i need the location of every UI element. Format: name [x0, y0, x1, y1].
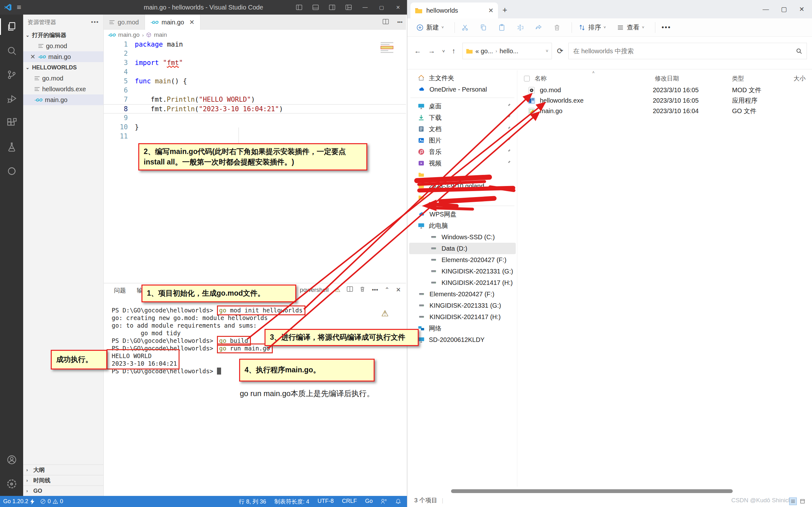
open-editors-section[interactable]: ⌄ 打开的编辑器: [23, 30, 103, 41]
column-date[interactable]: 修改日期: [655, 74, 732, 83]
testing-icon[interactable]: [0, 135, 23, 159]
nav-item-网络[interactable]: 网络: [409, 323, 516, 334]
kill-terminal-icon[interactable]: [359, 286, 365, 294]
up-icon[interactable]: ↑: [452, 47, 455, 55]
forward-icon[interactable]: →: [428, 47, 435, 55]
nav-item-2023-3-9-10 goland[interactable]: 2023-3-9-10 goland: [409, 180, 516, 192]
files-icon[interactable]: [0, 14, 23, 39]
open-editor-item[interactable]: ✕-GOmain.go: [23, 51, 103, 62]
customize-layout-icon[interactable]: [342, 0, 356, 14]
nav-item-KINGIDISK-2021417 (H:)[interactable]: KINGIDISK-2021417 (H:): [409, 311, 516, 323]
breadcrumb-box[interactable]: « go... › hello... ˅: [462, 43, 552, 59]
breadcrumb[interactable]: -GO main.go › main: [108, 30, 167, 40]
folder-file-item[interactable]: helloworlds.exe: [23, 83, 103, 95]
cut-icon[interactable]: [461, 24, 469, 32]
problems-status[interactable]: 0 0: [40, 498, 63, 505]
horizontal-scrollbar[interactable]: [451, 489, 733, 493]
maximize-icon[interactable]: ▢: [374, 0, 389, 14]
chevron-down-icon[interactable]: ˅: [546, 49, 548, 54]
sidebar-section-时间线[interactable]: ›时间线: [23, 475, 103, 486]
panel-tab-问题[interactable]: 问题: [114, 286, 126, 295]
explorer-tab[interactable]: helloworlds ✕: [410, 3, 498, 18]
folder-file-item[interactable]: -GOmain.go: [23, 95, 103, 105]
editor-tab-go.mod[interactable]: go.mod: [104, 14, 145, 30]
account-icon[interactable]: [0, 448, 23, 472]
nav-item-Data (D:)[interactable]: Data (D:): [409, 243, 516, 254]
split-terminal-icon[interactable]: [347, 286, 353, 294]
sidebar-section-大纲[interactable]: ›大纲: [23, 464, 103, 475]
nav-item-KINGIDISK-2021331 (G:)[interactable]: KINGIDISK-2021331 (G:): [409, 300, 516, 311]
close-tab-icon[interactable]: ✕: [488, 7, 494, 14]
close-panel-icon[interactable]: ✕: [396, 286, 401, 293]
nav-item-Elements-2020427 (F:)[interactable]: Elements-2020427 (F:): [409, 254, 516, 266]
column-type[interactable]: 类型: [732, 74, 793, 83]
nav-item-redacted[interactable]: [409, 192, 516, 203]
more-actions-icon[interactable]: •••: [91, 19, 99, 26]
nav-item-视频[interactable]: 视频: [409, 158, 516, 169]
status-item[interactable]: 制表符长度: 4: [274, 498, 309, 505]
close-tab-icon[interactable]: ✕: [189, 18, 194, 26]
file-row-main.go[interactable]: main.go2023/3/10 16:04GO 文件: [528, 106, 812, 116]
go-version-status[interactable]: Go 1.20.2: [3, 498, 35, 505]
ai-extension-icon[interactable]: [0, 159, 23, 183]
sidebar-section-GO[interactable]: ›GO: [23, 486, 103, 496]
nav-item-音乐[interactable]: 音乐: [409, 146, 516, 158]
editor-tab-main.go[interactable]: -GOmain.go✕: [145, 14, 200, 30]
more-icon[interactable]: •••: [662, 24, 671, 31]
settings-gear-icon[interactable]: [0, 472, 23, 496]
close-icon[interactable]: ✕: [391, 0, 405, 14]
status-item[interactable]: UTF-8: [317, 498, 334, 505]
status-item[interactable]: 行 8, 列 36: [239, 498, 266, 505]
layout-secondary-sidebar-icon[interactable]: [325, 0, 339, 14]
nav-item-主文件夹[interactable]: 主文件夹: [409, 72, 516, 83]
search-box[interactable]: 在 helloworlds 中搜索: [568, 43, 807, 59]
close-icon[interactable]: ✕: [30, 53, 36, 60]
folder-section[interactable]: ⌄ HELLOWORLDS: [23, 62, 103, 73]
back-icon[interactable]: ←: [414, 47, 421, 55]
nav-item-此电脑[interactable]: 此电脑: [409, 220, 516, 231]
minimize-icon[interactable]: —: [358, 0, 372, 14]
share-icon[interactable]: [535, 24, 542, 32]
shell-label[interactable]: powershell: [300, 286, 328, 293]
status-item[interactable]: CRLF: [342, 498, 357, 505]
column-name[interactable]: 名称˄: [535, 74, 655, 83]
new-tab-icon[interactable]: +: [502, 5, 507, 15]
status-item[interactable]: Go: [365, 498, 373, 505]
close-icon[interactable]: ✕: [799, 5, 804, 13]
maximize-icon[interactable]: ▢: [781, 5, 787, 13]
notifications-bell-icon[interactable]: [395, 498, 401, 504]
list-view-icon[interactable]: [789, 498, 797, 505]
nav-item-KINGIDISK-2021417 (H:)[interactable]: KINGIDISK-2021417 (H:): [409, 277, 516, 288]
paste-icon[interactable]: [498, 24, 506, 32]
view-icon-查看[interactable]: 查看˅: [617, 23, 644, 32]
more-actions-icon[interactable]: •••: [397, 19, 403, 25]
select-all-checkbox[interactable]: [524, 76, 530, 81]
nav-item-图片[interactable]: 图片: [409, 135, 516, 146]
folder-file-item[interactable]: go.mod: [23, 73, 103, 83]
nav-item-SD-20200612KLDY[interactable]: SD-20200612KLDY: [409, 334, 516, 345]
details-view-icon[interactable]: [799, 498, 806, 505]
open-editor-item[interactable]: go.mod: [23, 41, 103, 51]
nav-item-下载[interactable]: 下载: [409, 112, 516, 123]
nav-item-redacted[interactable]: [409, 169, 516, 180]
file-row-go.mod[interactable]: go.mod2023/3/10 16:05MOD 文件: [528, 85, 812, 95]
nav-item-OneDrive - Personal[interactable]: OneDrive - Personal: [409, 83, 516, 95]
minimap[interactable]: [380, 41, 393, 55]
run-debug-icon[interactable]: [0, 87, 23, 111]
copy-icon[interactable]: [479, 24, 487, 32]
rename-icon[interactable]: [516, 24, 524, 32]
feedback-icon[interactable]: [381, 498, 387, 504]
layout-panel-icon[interactable]: [309, 0, 322, 14]
nav-item-WPS网盘[interactable]: WPS网盘: [409, 209, 516, 220]
search-icon[interactable]: [0, 39, 23, 63]
nav-item-KINGIDISK-2021331 (G:)[interactable]: KINGIDISK-2021331 (G:): [409, 266, 516, 277]
column-size[interactable]: 大小: [794, 74, 812, 83]
more-actions-icon[interactable]: •••: [372, 286, 378, 293]
delete-icon[interactable]: [553, 24, 561, 32]
nav-item-Elements-2020427 (F:)[interactable]: Elements-2020427 (F:): [409, 288, 516, 300]
layout-sidebar-icon[interactable]: [292, 0, 306, 14]
source-control-icon[interactable]: [0, 63, 23, 87]
nav-item-文档[interactable]: 文档: [409, 123, 516, 135]
extensions-icon[interactable]: [0, 111, 23, 135]
file-row-helloworlds.exe[interactable]: helloworlds.exe2023/3/10 16:05应用程序: [528, 95, 812, 106]
